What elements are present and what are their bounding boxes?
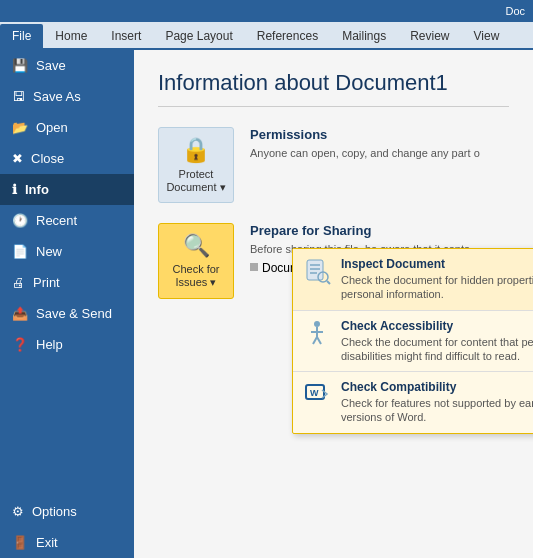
tab-insert[interactable]: Insert [99,24,153,48]
exit-icon: 🚪 [12,535,28,550]
accessibility-icon [303,319,331,347]
print-icon: 🖨 [12,275,25,290]
sidebar-label-exit: Exit [36,535,58,550]
sharing-title: Prepare for Sharing [250,223,476,238]
sidebar-label-recent: Recent [36,213,77,228]
sidebar-label-open: Open [36,120,68,135]
permissions-description: Anyone can open, copy, and change any pa… [250,146,480,161]
dropdown-item-accessibility[interactable]: Check Accessibility Check the document f… [293,311,533,372]
sidebar-label-options: Options [32,504,77,519]
sidebar-item-recent[interactable]: 🕐 Recent [0,205,134,236]
dropdown-item-inspect[interactable]: Inspect Document Check the document for … [293,249,533,310]
sidebar-label-saveas: Save As [33,89,81,104]
tab-file[interactable]: File [0,24,43,48]
tab-view[interactable]: View [462,24,512,48]
svg-line-5 [327,281,330,284]
accessibility-title: Check Accessibility [341,319,533,333]
sidebar-label-savesend: Save & Send [36,306,112,321]
sidebar-label-new: New [36,244,62,259]
svg-rect-0 [307,260,323,280]
send-icon: 📤 [12,306,28,321]
sidebar-label-close: Close [31,151,64,166]
permissions-title: Permissions [250,127,480,142]
inspect-description: Check the document for hidden properties… [341,273,533,302]
main-layout: 💾 Save 🖫 Save As 📂 Open ✖ Close ℹ Info 🕐… [0,50,533,558]
compatibility-text: Check Compatibility Check for features n… [341,380,533,425]
accessibility-description: Check the document for content that peop… [341,335,533,364]
tab-mailings[interactable]: Mailings [330,24,398,48]
content-area: Information about Document1 🔒 ProtectDoc… [134,50,533,558]
sidebar-label-save: Save [36,58,66,73]
tab-review[interactable]: Review [398,24,461,48]
page-title: Information about Document1 [158,70,509,107]
check-issues-dropdown: Inspect Document Check the document for … [292,248,533,434]
tab-home[interactable]: Home [43,24,99,48]
sidebar-item-info[interactable]: ℹ Info [0,174,134,205]
check-issues-button[interactable]: 🔍 Check forIssues ▾ [158,223,234,299]
check-issues-label: Check forIssues ▾ [172,263,219,289]
sidebar-item-options[interactable]: ⚙ Options [0,496,134,527]
check-issues-icon: 🔍 [183,233,210,259]
sidebar-item-help[interactable]: ❓ Help [0,329,134,360]
help-icon: ❓ [12,337,28,352]
permissions-text: Permissions Anyone can open, copy, and c… [250,127,480,161]
ribbon-tabs: File Home Insert Page Layout References … [0,22,533,50]
save-icon: 💾 [12,58,28,73]
title-bar: Doc [0,0,533,22]
saveas-icon: 🖫 [12,89,25,104]
sidebar-label-help: Help [36,337,63,352]
sidebar-item-print[interactable]: 🖨 Print [0,267,134,298]
inspect-icon [303,257,331,285]
info-icon: ℹ [12,182,17,197]
inspect-title: Inspect Document [341,257,533,271]
sidebar-item-open[interactable]: 📂 Open [0,112,134,143]
sidebar-item-exit[interactable]: 🚪 Exit [0,527,134,558]
sidebar-label-print: Print [33,275,60,290]
sidebar-item-saveas[interactable]: 🖫 Save As [0,81,134,112]
svg-point-6 [314,321,320,327]
sidebar: 💾 Save 🖫 Save As 📂 Open ✖ Close ℹ Info 🕐… [0,50,134,558]
sidebar-item-close[interactable]: ✖ Close [0,143,134,174]
compatibility-description: Check for features not supported by earl… [341,396,533,425]
tab-references[interactable]: References [245,24,330,48]
options-icon: ⚙ [12,504,24,519]
title-text: Doc [505,5,525,17]
new-icon: 📄 [12,244,28,259]
accessibility-text: Check Accessibility Check the document f… [341,319,533,364]
protect-document-button[interactable]: 🔒 ProtectDocument ▾ [158,127,234,203]
svg-line-9 [313,337,317,344]
lock-icon: 🔒 [181,136,211,164]
open-icon: 📂 [12,120,28,135]
svg-line-10 [317,337,321,344]
permissions-section: 🔒 ProtectDocument ▾ Permissions Anyone c… [158,127,509,203]
svg-text:W: W [310,388,319,398]
compatibility-title: Check Compatibility [341,380,533,394]
sidebar-item-new[interactable]: 📄 New [0,236,134,267]
inspect-text: Inspect Document Check the document for … [341,257,533,302]
protect-document-label: ProtectDocument ▾ [166,168,225,194]
close-icon: ✖ [12,151,23,166]
tab-pagelayout[interactable]: Page Layout [153,24,244,48]
sidebar-item-savesend[interactable]: 📤 Save & Send [0,298,134,329]
sidebar-item-save[interactable]: 💾 Save [0,50,134,81]
compatibility-icon: W [303,380,331,408]
recent-icon: 🕐 [12,213,28,228]
sidebar-label-info: Info [25,182,49,197]
dropdown-item-compatibility[interactable]: W Check Compatibility Check for features… [293,372,533,433]
bullet-square [250,263,258,271]
